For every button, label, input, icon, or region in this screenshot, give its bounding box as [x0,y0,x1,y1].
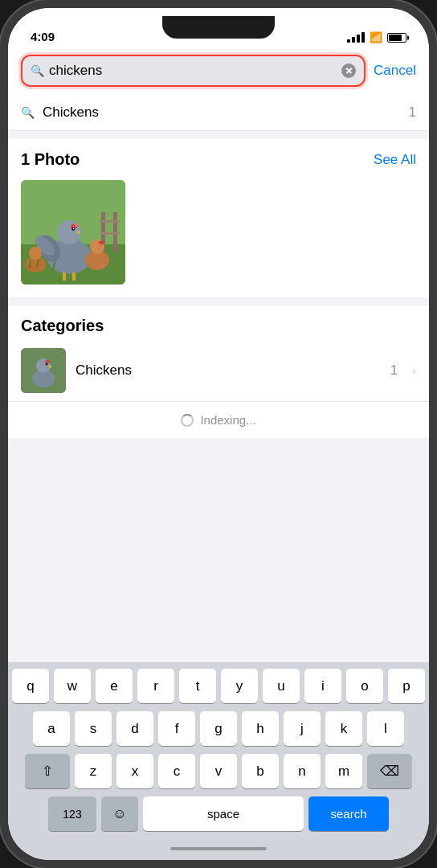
spinner-icon [181,414,194,427]
search-input[interactable]: chickens [49,63,341,79]
photo-grid [8,174,429,297]
key-h[interactable]: h [242,711,279,746]
svg-rect-15 [63,272,66,280]
notch [162,16,275,39]
home-bar [8,842,429,860]
search-icon: 🔍 [31,64,44,77]
photos-section: 1 Photo See All [8,139,429,297]
photo-thumbnail[interactable] [21,180,125,285]
key-z[interactable]: z [75,754,112,788]
key-q[interactable]: q [12,669,49,703]
suggestion-text: Chickens [43,104,401,121]
backspace-key[interactable]: ⌫ [367,754,412,788]
numbers-key[interactable]: 123 [48,796,96,831]
svg-point-29 [45,360,50,363]
category-thumbnail [21,348,66,393]
content-area: 🔍 Chickens 1 1 Photo See All [8,95,429,662]
key-r[interactable]: r [137,669,174,703]
key-w[interactable]: w [54,669,91,703]
keyboard-row-4: 123 ☺ space search [11,796,426,831]
key-n[interactable]: n [284,754,321,788]
search-bar[interactable]: 🔍 chickens [21,55,366,87]
key-i[interactable]: i [304,669,341,703]
category-name: Chickens [76,362,381,379]
key-x[interactable]: x [116,754,153,788]
svg-point-9 [75,223,78,227]
key-l[interactable]: l [367,711,404,746]
key-d[interactable]: d [116,711,153,746]
svg-point-31 [46,363,48,366]
status-time: 4:09 [31,30,55,43]
svg-rect-16 [72,272,76,280]
signal-bars-icon [347,32,365,43]
search-key[interactable]: search [308,796,389,831]
search-header: 🔍 chickens Cancel [8,48,429,95]
key-m[interactable]: m [325,754,362,788]
category-row[interactable]: Chickens 1 › [8,340,429,402]
svg-point-11 [73,228,74,229]
phone-frame: 4:09 📶 🔍 chickens Cancel [0,0,437,868]
suggestion-row[interactable]: 🔍 Chickens 1 [8,95,429,131]
see-all-button[interactable]: See All [374,152,416,168]
keyboard[interactable]: q w e r t y u i o p a s d f g h j k [8,662,429,842]
category-count: 1 [390,362,398,379]
key-j[interactable]: j [284,711,321,746]
chevron-right-icon: › [412,364,416,377]
key-t[interactable]: t [179,669,216,703]
home-indicator [170,847,267,850]
svg-point-20 [100,244,102,246]
photos-section-title: 1 Photo [21,150,80,169]
key-a[interactable]: a [33,711,70,746]
svg-point-22 [29,247,42,260]
categories-section-title: Categories [21,317,104,335]
key-p[interactable]: p [388,669,425,703]
photos-section-header: 1 Photo See All [8,139,429,174]
status-icons: 📶 [347,31,406,43]
battery-icon [387,33,406,43]
svg-point-10 [71,227,75,231]
indexing-row: Indexing... [8,402,429,438]
categories-section-header: Categories [8,305,429,340]
key-f[interactable]: f [158,711,195,746]
keyboard-row-2: a s d f g h j k l [11,711,426,746]
shift-key[interactable]: ⇧ [25,754,70,788]
key-y[interactable]: y [221,669,258,703]
suggestion-count: 1 [409,104,416,121]
key-s[interactable]: s [75,711,112,746]
svg-rect-5 [100,232,120,235]
indexing-text: Indexing... [200,413,255,427]
wifi-icon: 📶 [370,31,382,43]
key-e[interactable]: e [96,669,133,703]
suggestion-search-icon: 🔍 [21,106,35,119]
emoji-key[interactable]: ☺ [101,796,138,831]
cancel-button[interactable]: Cancel [374,63,416,79]
categories-section: Categories Chickens 1 [8,305,429,438]
key-k[interactable]: k [325,711,362,746]
key-b[interactable]: b [242,754,279,788]
search-clear-button[interactable] [341,63,356,78]
key-v[interactable]: v [200,754,237,788]
key-o[interactable]: o [346,669,383,703]
key-u[interactable]: u [263,669,300,703]
svg-rect-4 [100,220,120,223]
keyboard-row-3: ⇧ z x c v b n m ⌫ [11,754,426,788]
keyboard-row-1: q w e r t y u i o p [11,669,426,703]
phone-screen: 4:09 📶 🔍 chickens Cancel [8,8,429,860]
space-key[interactable]: space [143,796,304,831]
key-c[interactable]: c [158,754,195,788]
key-g[interactable]: g [200,711,237,746]
